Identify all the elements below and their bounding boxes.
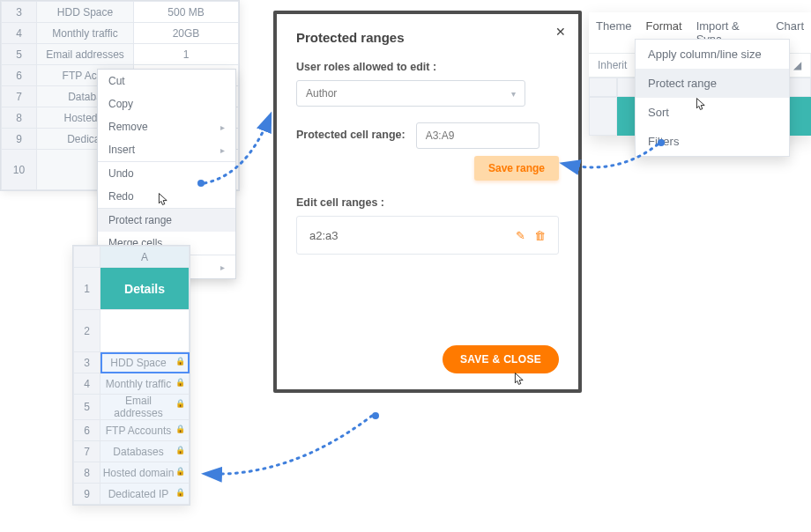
lock-icon: 🔒: [175, 378, 185, 387]
dropdown-item-apply-column-line-size[interactable]: Apply column/line size: [636, 40, 789, 69]
role-select[interactable]: Author ▾: [296, 80, 525, 107]
chevron-right-icon: ▸: [220, 122, 225, 132]
range-input[interactable]: A3:A9: [416, 122, 539, 149]
menubar-theme[interactable]: Theme: [589, 12, 638, 53]
svg-point-2: [372, 412, 379, 419]
details-header-cell[interactable]: Details: [100, 268, 190, 310]
chevron-right-icon: ▸: [220, 145, 225, 155]
cell[interactable]: 1: [134, 44, 239, 65]
row-header[interactable]: 4: [2, 23, 37, 44]
lock-icon: 🔒: [175, 467, 185, 476]
result-spreadsheet: A 1Details 2 3HDD Space🔒4Monthly traffic…: [72, 245, 190, 506]
lock-icon: 🔒: [175, 446, 185, 454]
range-list-item: a2:a3 ✎ 🗑: [296, 216, 559, 255]
row-header[interactable]: 9: [2, 129, 37, 150]
lock-icon: 🔒: [175, 399, 185, 408]
modal-backdrop: ✕ Protected ranges User roles allowed to…: [273, 11, 582, 393]
row-header[interactable]: 3: [2, 2, 37, 23]
row-header[interactable]: 7: [74, 441, 100, 462]
lock-icon: 🔒: [175, 425, 185, 433]
close-icon[interactable]: ✕: [555, 25, 566, 39]
menu-item-cut[interactable]: Cut: [98, 70, 235, 92]
lock-icon: 🔒: [175, 357, 185, 366]
delete-icon[interactable]: 🗑: [534, 229, 546, 242]
row-header[interactable]: 5: [74, 395, 100, 420]
cell[interactable]: Email addresses: [37, 44, 134, 65]
protected-ranges-modal: ✕ Protected ranges User roles allowed to…: [277, 14, 578, 389]
lock-icon: 🔒: [175, 488, 185, 497]
format-menu-panel: ThemeFormatImport & SyncChart Inherit I …: [589, 12, 811, 136]
blank-cell[interactable]: [100, 310, 190, 352]
row-header[interactable]: 8: [74, 462, 100, 484]
row-header[interactable]: 7: [2, 86, 37, 107]
save-range-button[interactable]: Save range: [474, 156, 559, 181]
protected-cell[interactable]: Dedicated IP🔒: [100, 484, 190, 505]
cell[interactable]: Monthly traffic: [37, 23, 134, 44]
menu-item-protect-range[interactable]: Protect range: [98, 208, 235, 232]
inherit-toolbar-item[interactable]: Inherit: [589, 54, 636, 77]
cell[interactable]: 500 MB: [134, 2, 239, 23]
modal-title: Protected ranges: [296, 30, 559, 45]
edit-ranges-label: Edit cell ranges :: [296, 196, 559, 209]
protected-cell[interactable]: Databases🔒: [100, 441, 190, 462]
menu-item-copy[interactable]: Copy: [98, 92, 235, 115]
row-header-blank: [589, 97, 617, 136]
chevron-down-icon: ▾: [511, 89, 516, 99]
pointer-cursor-icon: [695, 97, 709, 111]
row-header[interactable]: 3: [74, 352, 100, 373]
save-close-button[interactable]: SAVE & CLOSE: [443, 345, 559, 373]
range-item-text: a2:a3: [309, 229, 339, 242]
pointer-cursor-icon: [513, 372, 527, 386]
row-header[interactable]: 6: [74, 420, 100, 441]
row-header[interactable]: 10: [2, 150, 37, 190]
protected-cell[interactable]: Monthly traffic🔒: [100, 373, 190, 395]
format-dropdown[interactable]: Apply column/line sizeProtect rangeSortF…: [635, 39, 790, 157]
protected-cell[interactable]: Hosted domain🔒: [100, 462, 190, 484]
row-header-blank: [589, 78, 617, 97]
row-header[interactable]: 2: [74, 310, 100, 352]
menu-item-insert[interactable]: Insert▸: [98, 138, 235, 161]
dropdown-item-sort[interactable]: Sort: [636, 98, 789, 127]
pointer-cursor-icon: [157, 192, 171, 206]
dropdown-item-protect-range[interactable]: Protect range: [636, 69, 789, 98]
protected-cell[interactable]: HDD Space🔒: [100, 352, 190, 373]
protected-cell[interactable]: FTP Accounts🔒: [100, 420, 190, 441]
row-header[interactable]: 1: [74, 268, 100, 310]
edit-icon[interactable]: ✎: [516, 229, 525, 242]
row-header[interactable]: 4: [74, 373, 100, 395]
row-header[interactable]: 6: [2, 65, 37, 86]
roles-label: User roles allowed to edit :: [296, 61, 559, 73]
dropdown-item-filters[interactable]: Filters: [636, 127, 789, 156]
range-value: A3:A9: [426, 129, 455, 142]
chevron-right-icon: ▸: [220, 262, 225, 272]
range-label: Protected cell range:: [296, 129, 406, 141]
menu-item-remove[interactable]: Remove▸: [98, 115, 235, 138]
column-header[interactable]: A: [100, 247, 190, 268]
row-header[interactable]: 5: [2, 44, 37, 65]
cell[interactable]: HDD Space: [37, 2, 134, 23]
role-selected: Author: [306, 87, 337, 100]
corner-cell: [74, 247, 100, 268]
protected-cell[interactable]: Email addresses🔒: [100, 395, 190, 420]
row-header[interactable]: 9: [74, 484, 100, 505]
menu-item-undo[interactable]: Undo: [98, 161, 235, 185]
cell[interactable]: 20GB: [134, 23, 239, 44]
row-header[interactable]: 8: [2, 107, 37, 129]
